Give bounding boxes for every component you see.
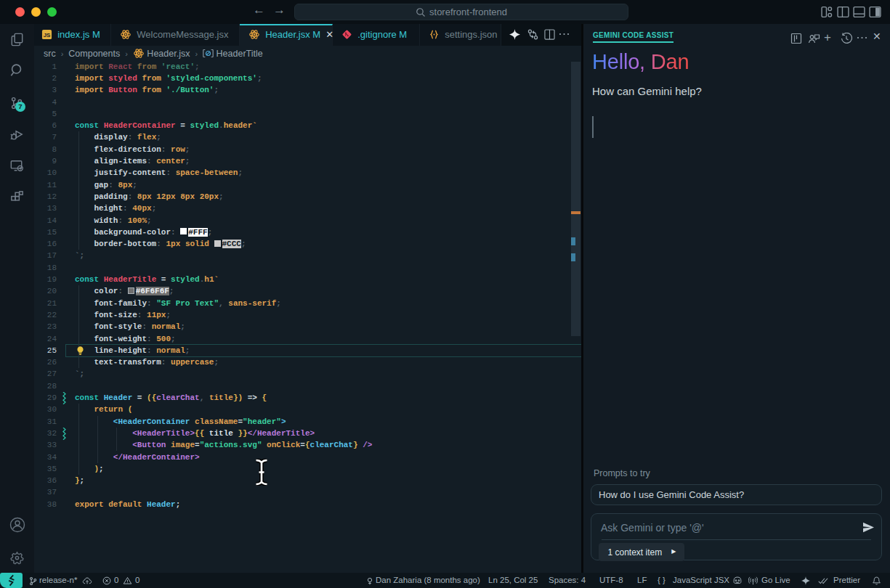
svg-text:JS: JS: [44, 32, 51, 38]
